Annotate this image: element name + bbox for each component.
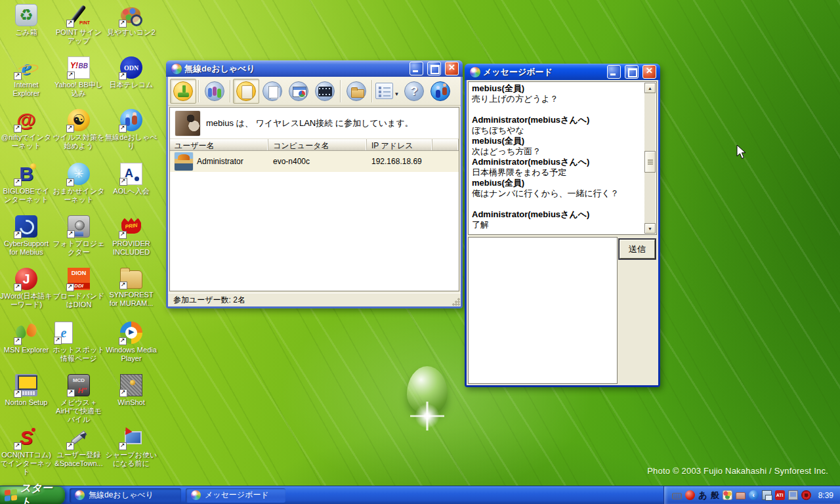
users-icon <box>205 81 224 101</box>
keyboard-icon[interactable] <box>672 493 682 499</box>
start-button[interactable]: スタート <box>0 486 65 504</box>
network-status-button[interactable] <box>170 79 196 104</box>
desktop-icon-wireless-chat[interactable]: 無線deおしゃべり <box>105 109 158 150</box>
taskbar-button-message-board[interactable]: メッセージボード <box>186 488 285 503</box>
message-text: ぼちぼちやな <box>472 125 642 136</box>
antivirus-icon <box>68 109 90 131</box>
desktop-icon-wmp[interactable]: Windows Media Player <box>105 322 158 363</box>
column-header-user[interactable]: ユーザー名 <box>170 139 268 150</box>
message-input[interactable] <box>468 237 618 384</box>
message-history[interactable]: mebius(全員) 売り上げの方どうよ？ Administrator(mebi… <box>468 81 657 235</box>
vertical-scrollbar[interactable]: ▲ ▼ <box>644 83 656 234</box>
desktop-icon-jword[interactable]: JWord(日本語キーワード) <box>0 268 52 309</box>
desktop-icon-user-registration[interactable]: ユーザー登録&SpaceTown... <box>52 427 105 468</box>
desktop-icon-synforest[interactable]: SYNFOREST for MURAM... <box>105 268 158 308</box>
column-header-computer[interactable]: コンピュータ名 <box>268 139 367 150</box>
help-button[interactable] <box>401 79 427 104</box>
ime-input-mode[interactable]: あ <box>698 490 707 500</box>
shortcut-arrow-icon <box>66 20 74 28</box>
toolbar-separator <box>198 80 200 102</box>
message-board-window: メッセージボード mebius(全員) 売り上げの方どうよ？ Administr… <box>465 64 660 387</box>
dropdown-arrow-icon: ▼ <box>394 91 400 97</box>
shortcut-arrow-icon <box>119 389 127 397</box>
user-list-empty-area <box>170 172 459 291</box>
column-header-filler <box>432 139 459 150</box>
desktop-icon-photo-projector[interactable]: フォトプロジェクター <box>52 215 105 257</box>
pointer-ball-icon[interactable] <box>685 490 695 500</box>
list-view-button[interactable]: ▼ <box>375 79 401 104</box>
desktop-icon-label: ホットスポット情報ページ <box>52 346 105 363</box>
desktop-icon-dion[interactable]: ブロードバンドはDION <box>52 268 105 309</box>
desktop-icon-hotspot[interactable]: ホットスポット情報ページ <box>52 322 105 363</box>
scrollbar-thumb[interactable] <box>644 151 656 173</box>
shortcut-arrow-icon <box>119 282 127 289</box>
ime-conversion-mode[interactable]: 般 <box>711 490 719 500</box>
security-flower-icon[interactable] <box>801 490 811 500</box>
scroll-up-button[interactable]: ▲ <box>644 83 656 93</box>
desktop-icon-winshot[interactable]: WinShot <box>105 374 158 407</box>
user-list-button[interactable] <box>201 79 228 104</box>
desktop-icon-easy-view[interactable]: 見やすいコン2 <box>105 4 158 37</box>
close-button[interactable] <box>445 62 459 75</box>
network-icon[interactable] <box>762 490 772 500</box>
shared-folder-button[interactable] <box>343 79 369 104</box>
desktop-icon-label: 日本テレコム <box>105 81 158 89</box>
shared-folder-icon <box>346 81 366 101</box>
row-user-name: Administrator <box>197 157 243 166</box>
message-board-button[interactable] <box>233 79 259 104</box>
desktop-icon-provider-included[interactable]: PROVIDER INCLUDED <box>105 215 158 257</box>
scroll-down-button[interactable]: ▼ <box>644 223 656 234</box>
desktop-icon-recycle-bin[interactable]: ごみ箱 <box>0 4 52 37</box>
desktop-icon-msn-explorer[interactable]: MSN Explorer <box>0 322 52 354</box>
desktop-icon-internet-explorer[interactable]: Internet Explorer <box>0 56 52 98</box>
file-send-button[interactable] <box>259 79 285 104</box>
ati-display-icon[interactable]: ATI <box>775 490 785 500</box>
maximize-button[interactable] <box>625 65 639 79</box>
desktop-icon-nifty[interactable]: @niftyでインターネット <box>0 109 52 150</box>
desktop-icon-ocn[interactable]: OCN(NTTコム)でインターネット <box>0 427 52 477</box>
toolbox-icon[interactable] <box>736 492 746 499</box>
desktop-icon-norton-setup[interactable]: Norton Setup <box>0 374 52 407</box>
taskbar-button-label: メッセージボード <box>205 490 269 501</box>
desktop-icon-antivirus[interactable]: ウイルス対策を始めよう <box>52 109 105 150</box>
crown-icon <box>120 215 142 238</box>
user-table-header: ユーザー名 コンピュータ名 IP アドレス <box>170 138 459 151</box>
desktop-icon-aol[interactable]: AOLへ入会 <box>105 163 158 196</box>
shortcut-arrow-icon <box>14 72 22 80</box>
desktop-icon-cybersupport[interactable]: CyberSupport for Mebius <box>0 215 52 257</box>
resize-grip[interactable] <box>452 297 460 306</box>
desktop-icon-label: OCN(NTTコム)でインターネット <box>0 451 52 477</box>
row-computer-name: evo-n400c <box>268 157 367 166</box>
sparkle-highlight <box>410 402 444 430</box>
desktop-icon-yahoo-bb[interactable]: Yahoo! BB申し込み <box>52 56 105 98</box>
member-button[interactable] <box>427 79 453 104</box>
toolbar-separator <box>340 80 341 102</box>
desktop-icon-japan-telecom[interactable]: 日本テレコム <box>105 56 158 89</box>
minimize-button[interactable] <box>410 62 423 75</box>
image-send-button[interactable] <box>285 79 312 104</box>
chat-window-titlebar[interactable]: 無線deおしゃべり <box>166 60 463 77</box>
minimize-button[interactable] <box>607 65 621 79</box>
desktop-icon-label: 無線deおしゃべり <box>105 133 158 150</box>
video-button[interactable] <box>312 79 338 104</box>
board-window-titlebar[interactable]: メッセージボード <box>465 64 660 80</box>
desktop-icon-omakase[interactable]: おまかせインターネット <box>52 163 105 204</box>
maximize-button[interactable] <box>427 62 441 75</box>
desktop-icon-biglobe[interactable]: BIGLOBEでインターネット <box>0 163 52 204</box>
announcement-text: mebius は、 ワイヤレスLAN接続 に参加しています。 <box>206 117 413 129</box>
close-button[interactable] <box>642 65 656 79</box>
send-button[interactable]: 送信 <box>619 239 656 259</box>
table-row[interactable]: Administrator evo-n400c 192.168.18.69 <box>170 151 459 172</box>
language-bar-icon[interactable]: ‹ <box>749 490 759 500</box>
taskbar-button-wireless-chat[interactable]: 無線deおしゃべり <box>70 488 181 503</box>
message-sender: Administrator(mebiusさんへ) <box>472 157 642 167</box>
desktop-icon-sharp-readme[interactable]: シャープお使いになる前に <box>105 427 158 468</box>
desktop-icon-point-signup[interactable]: POINT サインアップ <box>52 4 105 45</box>
display-icon[interactable] <box>788 490 798 500</box>
desktop-icon-label: ブロードバンドはDION <box>52 292 105 309</box>
desktop-icon-mebius-airh[interactable]: メビウス＋AirH"で快適モバイル <box>52 374 105 425</box>
accessory-palette-icon[interactable] <box>723 490 732 500</box>
desktop-icon-label: シャープお使いになる前に <box>105 451 158 468</box>
column-header-ip[interactable]: IP アドレス <box>367 139 432 150</box>
desktop-icon-label: Windows Media Player <box>105 346 158 363</box>
